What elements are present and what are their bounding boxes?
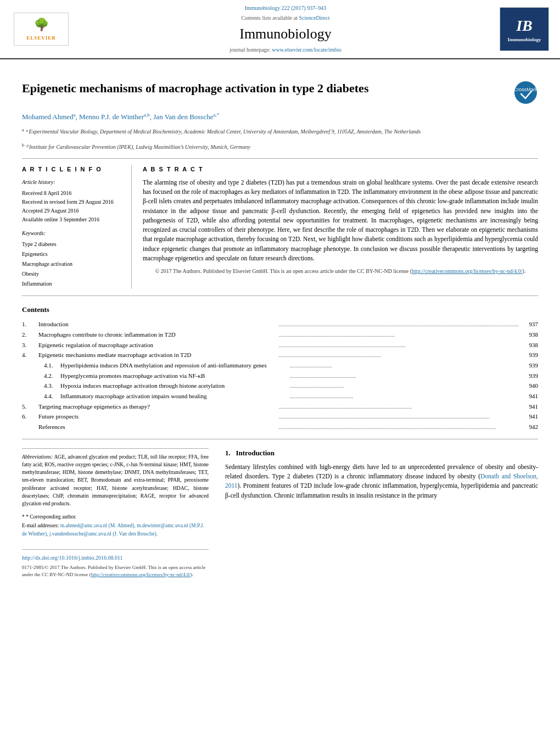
toc-title-4-1: Hyperlipidemia induces DNA methylation a…	[60, 360, 288, 371]
toc-num-1: 1.	[22, 319, 38, 330]
toc-dots-4-3: ....................................	[288, 381, 519, 391]
toc-num-4: 4.	[22, 350, 38, 360]
toc-num-4-1: 4.1.	[44, 360, 60, 371]
keyword-3: Macrophage activation	[22, 259, 122, 269]
toc-dots-6: ........................................…	[277, 411, 519, 422]
toc-dots-1: ........................................…	[277, 319, 519, 330]
journal-homepage: journal homepage: www.elsevier.com/locat…	[82, 46, 489, 54]
toc-page-4-1: 939	[519, 360, 538, 371]
footer-license-link[interactable]: http://creativecommons.org/licenses/by-n…	[91, 572, 191, 577]
homepage-url[interactable]: www.elsevier.com/locate/imbio	[272, 47, 341, 53]
received-revised-date: Received in revised form 29 August 2016	[22, 198, 122, 207]
keywords-label: Keywords:	[22, 230, 122, 237]
toc-item-ref: References .............................…	[22, 422, 538, 432]
abbreviations-section: Abbreviations: AGE, advanced glycation e…	[22, 448, 209, 538]
sciencedirect-line: Contents lists available at ScienceDirec…	[82, 14, 489, 22]
toc-dots-2: ........................................…	[277, 330, 519, 340]
toc-page-6: 941	[519, 411, 538, 422]
keywords-list: Type 2 diabetes Epigenetics Macrophage a…	[22, 239, 122, 289]
abstract-license: © 2017 The Authors. Published by Elsevie…	[143, 267, 538, 275]
article-title: Epigenetic mechanisms of macrophage acti…	[22, 80, 513, 97]
toc-item-1: 1. Introduction ........................…	[22, 319, 538, 330]
authors-line: Mohamed Ahmeda, Menno P.J. de Winthera,b…	[22, 111, 538, 122]
toc-title-4: Epigenetic mechanisms mediate macrophage…	[38, 350, 277, 360]
journal-header: 🌳 ELSEVIER Immunobiology 222 (2017) 937–…	[0, 0, 560, 59]
abbrev-content: AGE, advanced glycation end product; TLR…	[22, 454, 209, 507]
article-info-header: A R T I C L E I N F O	[22, 165, 122, 174]
toc-num-4-2: 4.2.	[44, 371, 60, 381]
toc-num-4-4: 4.4.	[44, 391, 60, 401]
keyword-4: Obesity	[22, 269, 122, 279]
journal-center: Immunobiology 222 (2017) 937–943 Content…	[71, 4, 500, 54]
contents-section: Contents 1. Introduction ...............…	[22, 305, 538, 439]
corresponding-section: * * Corresponding author. E-mail address…	[22, 513, 209, 538]
footer-section: http://dx.doi.org/10.1016/j.imbio.2016.0…	[22, 549, 209, 578]
toc-title-ref: References	[38, 422, 277, 432]
toc-title-4-4: Inflammatory macrophage activation impai…	[60, 391, 288, 401]
keyword-2: Epigenetics	[22, 249, 122, 259]
abbrev-label: Abbreviations:	[22, 454, 53, 460]
affiliation-b: b ᵇ Institute for Cardiovascular Prevent…	[22, 142, 538, 151]
toc-item-4: 4. Epigenetic mechanisms mediate macroph…	[22, 350, 538, 360]
journal-logo-right: IB Immunobiology	[500, 7, 549, 51]
svg-point-0	[515, 82, 537, 104]
license-url[interactable]: http://creativecommons.org/licenses/by-n…	[412, 268, 522, 274]
toc-title-3: Epigenetic regulation of macrophage acti…	[38, 340, 277, 350]
toc-dots-4-4: ........................................…	[288, 391, 519, 401]
sciencedirect-link[interactable]: ScienceDirect	[299, 15, 329, 21]
elsevier-label: ELSEVIER	[26, 35, 56, 42]
page: 🌳 ELSEVIER Immunobiology 222 (2017) 937–…	[0, 0, 560, 742]
toc-page-3: 938	[519, 340, 538, 350]
bottom-section: Abbreviations: AGE, advanced glycation e…	[22, 448, 538, 578]
sciencedirect-text: Contents lists available at	[241, 15, 297, 21]
toc-item-4-2: 4.2. Hyperglycemia promotes macrophage a…	[22, 371, 538, 381]
elsevier-tree-icon: 🌳	[34, 16, 49, 34]
keyword-1: Type 2 diabetes	[22, 239, 122, 249]
abstract-header: A B S T R A C T	[143, 165, 538, 174]
intro-text: Sedentary lifestyles combined with high-…	[225, 462, 538, 500]
toc-title-6: Future prospects	[38, 411, 277, 422]
intro-title: Introduction	[236, 449, 275, 457]
elsevier-logo: 🌳 ELSEVIER	[11, 13, 71, 46]
accepted-date: Accepted 29 August 2016	[22, 207, 122, 215]
ib-logo-icon: IB	[516, 15, 533, 36]
contents-title: Contents	[22, 305, 538, 315]
keyword-5: Inflammation	[22, 279, 122, 289]
main-content: Epigenetic mechanisms of macrophage acti…	[0, 59, 560, 589]
doi-link[interactable]: http://dx.doi.org/10.1016/j.imbio.2016.0…	[22, 554, 209, 562]
toc-num-3: 3.	[22, 340, 38, 350]
toc-item-5: 5. Targeting macrophage epigenetics as t…	[22, 401, 538, 412]
intro-num: 1.	[225, 449, 231, 457]
toc-dots-3: ........................................…	[277, 340, 519, 350]
contents-table: 1. Introduction ........................…	[22, 319, 538, 432]
toc-item-4-3: 4.3. Hypoxia induces macrophage activati…	[22, 381, 538, 391]
toc-page-ref: 942	[519, 422, 538, 432]
abbreviations-column: Abbreviations: AGE, advanced glycation e…	[22, 448, 209, 578]
toc-num-5: 5.	[22, 401, 38, 412]
toc-dots-4-2: ........................................…	[288, 371, 519, 381]
crossmark-icon: CrossMark	[513, 80, 538, 105]
history-label: Article history:	[22, 178, 122, 187]
article-title-area: Epigenetic mechanisms of macrophage acti…	[22, 80, 538, 151]
toc-dots-ref: ........................................…	[277, 422, 519, 432]
toc-page-2: 938	[519, 330, 538, 340]
toc-item-4-1: 4.1. Hyperlipidemia induces DNA methylat…	[22, 360, 538, 371]
article-history: Article history: Received 8 April 2016 R…	[22, 178, 122, 224]
toc-item-2: 2. Macrophages contribute to chronic inf…	[22, 330, 538, 340]
toc-dots-4: ........................................…	[277, 350, 519, 360]
keywords-section: Keywords: Type 2 diabetes Epigenetics Ma…	[22, 230, 122, 289]
toc-page-4-3: 940	[519, 381, 538, 391]
copyright-line: 0171-2985/© 2017 The Authors. Published …	[22, 564, 209, 578]
abstract-column: A B S T R A C T The alarming rise of obe…	[143, 165, 538, 289]
toc-dots-5: ........................................…	[277, 401, 519, 412]
ib-logo-text: Immunobiology	[507, 36, 541, 43]
intro-section-title: 1. Introduction	[225, 448, 538, 458]
email-section: E-mail addresses: m.ahmed@amc.uva.nl (M.…	[22, 522, 209, 538]
toc-title-2: Macrophages contribute to chronic inflam…	[38, 330, 277, 340]
toc-num-2: 2.	[22, 330, 38, 340]
received-date: Received 8 April 2016	[22, 189, 122, 198]
abbreviations-text: Abbreviations: AGE, advanced glycation e…	[22, 453, 209, 508]
toc-item-4-4: 4.4. Inflammatory macrophage activation …	[22, 391, 538, 401]
toc-item-6: 6. Future prospects ....................…	[22, 411, 538, 422]
toc-num-6: 6.	[22, 411, 38, 422]
